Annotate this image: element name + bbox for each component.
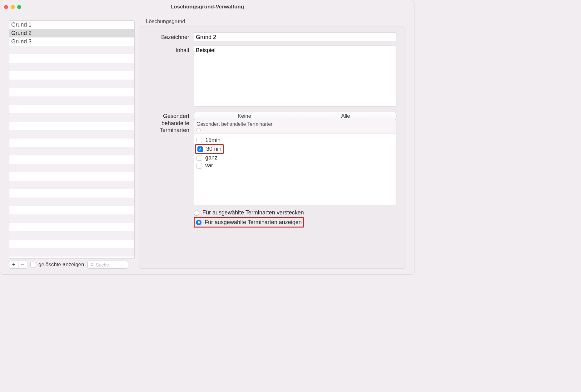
terminart-label: 15min	[205, 137, 221, 144]
inhalt-label: Inhalt	[148, 46, 194, 54]
list-item[interactable]: Grund 2	[9, 29, 134, 37]
terminarten-label: Gesondert behandelte Terminarten	[148, 112, 194, 134]
minimize-window-button[interactable]	[11, 5, 15, 9]
radio-hide-dot[interactable]	[194, 210, 199, 216]
detail-panel: Bezeichner Inhalt Gesondert behandelte T…	[139, 27, 405, 269]
list-item[interactable]	[9, 223, 134, 231]
detail-panel-wrapper: Löschungsgrund Bezeichner Inhalt Gesonde…	[139, 20, 405, 269]
segment-keine[interactable]: Keine	[194, 112, 295, 120]
list-item[interactable]	[9, 155, 134, 164]
segment-alle[interactable]: Alle	[295, 112, 396, 120]
close-window-button[interactable]	[4, 5, 8, 9]
list-item[interactable]	[9, 80, 134, 88]
terminart-checkbox[interactable]	[196, 155, 202, 161]
list-item[interactable]	[9, 181, 134, 189]
list-item[interactable]	[9, 96, 134, 105]
terminart-checkbox[interactable]	[196, 138, 202, 143]
list-item[interactable]	[9, 105, 134, 113]
terminart-checkbox[interactable]	[196, 163, 202, 169]
terminart-label: 30min	[206, 146, 221, 152]
more-icon[interactable]: ⋯	[389, 124, 394, 130]
traffic-lights	[4, 5, 21, 9]
list-item[interactable]	[9, 139, 134, 147]
list-item[interactable]	[9, 214, 134, 223]
list-item[interactable]	[9, 189, 134, 198]
window-title: Löschungsgrund-Verwaltung	[0, 4, 414, 10]
list-item[interactable]: Grund 1	[9, 21, 134, 29]
radio-hide-label: Für ausgewählte Terminarten verstecken	[202, 209, 304, 216]
list-item[interactable]	[9, 71, 134, 80]
show-deleted-checkbox-box[interactable]	[30, 262, 36, 267]
list-item[interactable]	[9, 240, 134, 248]
radio-show-label: Für ausgewählte Terminarten anzeigen	[205, 219, 302, 226]
titlebar: Löschungsgrund-Verwaltung	[0, 0, 414, 13]
remove-button[interactable]: −	[18, 261, 27, 268]
add-button[interactable]: +	[9, 261, 18, 268]
search-icon	[90, 262, 94, 267]
list-item[interactable]	[9, 130, 134, 139]
keine-alle-segment: Keine Alle	[194, 112, 396, 120]
terminart-row[interactable]: var	[195, 162, 395, 169]
window: Löschungsgrund-Verwaltung Grund 1Grund 2…	[0, 0, 415, 275]
list-item[interactable]	[9, 248, 134, 257]
terminart-row[interactable]: ✓30min	[195, 144, 395, 154]
show-deleted-label: gelöschte anzeigen	[38, 262, 84, 268]
terminart-row[interactable]: 15min	[195, 136, 395, 144]
list-item[interactable]	[9, 63, 134, 71]
terminarten-checklist[interactable]: 15min✓30minganzvar	[194, 134, 396, 205]
terminart-label: ganz	[205, 154, 217, 161]
add-remove-segment: + −	[9, 261, 27, 269]
list-item[interactable]	[9, 46, 134, 54]
list-item[interactable]	[9, 231, 134, 240]
filter-header-text: Gesondert behandelte Terminarten	[196, 121, 274, 127]
list-item[interactable]	[9, 54, 134, 63]
filter-scope-radio[interactable]	[196, 128, 201, 132]
list-item[interactable]	[9, 147, 134, 155]
radio-show-dot[interactable]	[196, 220, 201, 225]
terminarten-filter-header: Gesondert behandelte Terminarten ⋯	[194, 120, 396, 134]
zoom-window-button[interactable]	[17, 5, 21, 9]
search-field[interactable]	[87, 261, 128, 269]
grund-list[interactable]: Grund 1Grund 2Grund 3	[9, 20, 135, 259]
list-item[interactable]	[9, 113, 134, 122]
list-item[interactable]	[9, 172, 134, 181]
list-item[interactable]	[9, 206, 134, 214]
detail-group-title: Löschungsgrund	[146, 18, 405, 25]
list-item[interactable]	[9, 122, 134, 130]
bezeichner-input[interactable]	[194, 32, 396, 42]
radio-hide[interactable]: Für ausgewählte Terminarten verstecken	[194, 208, 396, 217]
list-item[interactable]: Grund 3	[9, 37, 134, 46]
terminart-label: var	[205, 162, 213, 169]
bezeichner-label: Bezeichner	[148, 32, 194, 41]
inhalt-textarea[interactable]	[194, 46, 396, 107]
search-input[interactable]	[96, 262, 125, 267]
radio-show[interactable]: Für ausgewählte Terminarten anzeigen	[194, 217, 304, 228]
sidebar: Grund 1Grund 2Grund 3 + − gelöschte anze…	[9, 20, 135, 269]
list-item[interactable]	[9, 198, 134, 206]
list-item[interactable]	[9, 164, 134, 172]
list-item[interactable]	[9, 88, 134, 96]
terminart-row[interactable]: ganz	[195, 154, 395, 162]
terminart-checkbox[interactable]: ✓	[197, 146, 203, 152]
show-deleted-checkbox[interactable]: gelöschte anzeigen	[30, 262, 84, 268]
